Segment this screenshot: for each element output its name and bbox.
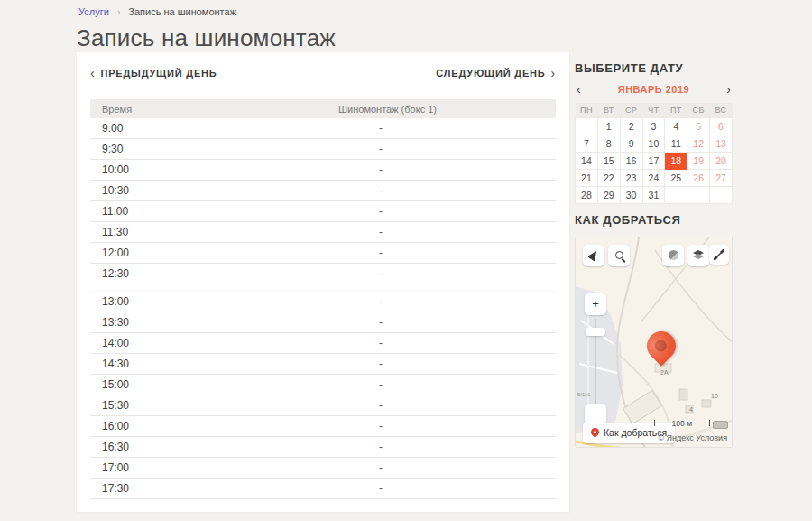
terms-link[interactable]: Условия	[696, 433, 727, 442]
day-cell[interactable]: 23	[620, 169, 642, 186]
day-cell[interactable]: 5	[687, 117, 710, 135]
day-cell[interactable]: 13	[710, 135, 733, 152]
day-cell[interactable]: 29	[597, 186, 620, 203]
breadcrumb-link-services[interactable]: Услуги	[78, 6, 109, 17]
slot-cell[interactable]: -	[338, 184, 556, 197]
zoom-out-button[interactable]: −	[585, 404, 606, 425]
zoom-in-button[interactable]: +	[585, 293, 606, 315]
day-cell[interactable]: 19	[687, 152, 710, 169]
slot-cell[interactable]: -	[338, 205, 556, 218]
slot-cell[interactable]: -	[338, 399, 556, 412]
column-header-box1: Шиномонтаж (бокс 1)	[338, 104, 556, 115]
slot-cell[interactable]: -	[338, 441, 556, 453]
weekday-header: ВТ	[597, 103, 620, 117]
time-cell: 11:30	[90, 226, 338, 238]
day-cell[interactable]: 8	[597, 135, 620, 152]
time-cell: 16:30	[90, 441, 338, 453]
breadcrumb: Услуги › Запись на шиномонтаж	[78, 6, 236, 17]
day-cell[interactable]: 25	[665, 169, 687, 186]
column-header-time: Время	[90, 104, 338, 115]
day-cell[interactable]: 14	[576, 152, 598, 169]
day-cell[interactable]: 22	[597, 169, 620, 186]
traffic-button[interactable]	[662, 245, 684, 266]
traffic-icon	[669, 250, 678, 260]
previous-day-button[interactable]: ‹ ПРЕДЫДУЩИЙ ДЕНЬ	[90, 67, 217, 79]
day-cell[interactable]: 24	[642, 169, 665, 186]
day-cell[interactable]: 17	[642, 152, 665, 169]
day-cell[interactable]: 28	[576, 186, 598, 203]
slot-cell[interactable]: -	[338, 482, 556, 495]
day-cell[interactable]: 26	[687, 169, 710, 186]
slot-cell[interactable]: -	[338, 163, 556, 176]
fullscreen-button[interactable]	[709, 245, 729, 265]
fullscreen-icon	[714, 249, 724, 260]
day-cell[interactable]: 11	[665, 135, 687, 152]
geolocation-button[interactable]	[583, 245, 604, 266]
sidebar: ВЫБЕРИТЕ ДАТУ ‹ ЯНВАРЬ 2019 › ПНВТСРЧТПТ…	[575, 52, 733, 448]
slot-cell[interactable]: -	[338, 420, 556, 433]
slot-cell[interactable]: -	[338, 247, 556, 259]
time-cell: 14:30	[90, 358, 338, 370]
slot-cell[interactable]: -	[338, 295, 556, 308]
table-row: 15:30-	[90, 395, 556, 416]
table-row: 17:30-	[90, 479, 556, 499]
day-cell[interactable]: 30	[620, 186, 642, 203]
next-day-label: СЛЕДУЮЩИЙ ДЕНЬ	[436, 68, 545, 79]
calendar-month-label: ЯНВАРЬ 2019	[618, 84, 689, 95]
day-cell[interactable]: 9	[620, 135, 642, 152]
calendar-prev-month-button[interactable]: ‹	[575, 83, 583, 96]
search-icon	[615, 251, 623, 259]
slot-cell[interactable]: -	[338, 461, 556, 474]
slot-cell[interactable]: -	[338, 143, 556, 155]
ruler-icon[interactable]	[713, 421, 728, 429]
map-search-button[interactable]	[608, 245, 630, 266]
map-panel[interactable]: 2А 4 10 5/1у1	[575, 237, 733, 448]
day-cell[interactable]: 3	[642, 117, 665, 135]
calendar-next-month-button[interactable]: ›	[724, 83, 733, 96]
table-row: 11:30-	[90, 222, 556, 243]
day-cell[interactable]: 12	[687, 135, 710, 152]
chevron-right-icon: ›	[551, 67, 556, 79]
time-cell: 13:00	[90, 295, 338, 308]
layers-button[interactable]	[687, 245, 709, 266]
slot-cell[interactable]: -	[338, 267, 556, 280]
svg-text:4: 4	[689, 406, 693, 413]
day-cell[interactable]: 6	[710, 117, 733, 135]
slot-cell[interactable]: -	[338, 316, 556, 329]
zoom-slider-handle[interactable]	[586, 328, 605, 336]
day-cell[interactable]: 2	[620, 117, 642, 135]
day-cell[interactable]: 21	[576, 169, 598, 186]
geolocation-arrow-icon	[587, 248, 601, 262]
map-scale: 100 м	[654, 419, 710, 428]
time-cell: 17:30	[90, 482, 338, 495]
time-cell: 9:30	[90, 143, 338, 155]
next-day-button[interactable]: СЛЕДУЮЩИЙ ДЕНЬ ›	[436, 67, 556, 79]
day-cell[interactable]: 18	[665, 152, 687, 169]
slot-cell[interactable]: -	[338, 358, 556, 370]
table-row: 9:30-	[90, 139, 556, 160]
day-cell[interactable]: 1	[597, 117, 620, 135]
slot-cell[interactable]: -	[338, 226, 556, 238]
day-cell[interactable]: 4	[665, 117, 687, 135]
day-cell[interactable]: 20	[710, 152, 733, 169]
day-cell[interactable]: 27	[710, 169, 733, 186]
time-cell: 13:30	[90, 316, 338, 329]
day-cell[interactable]: 16	[620, 152, 642, 169]
table-row: 14:00-	[90, 333, 556, 354]
day-cell[interactable]: 15	[597, 152, 620, 169]
time-cell: 15:00	[90, 378, 338, 391]
table-row: 10:30-	[90, 181, 556, 201]
table-row: 10:00-	[90, 160, 556, 181]
day-cell[interactable]: 7	[576, 135, 598, 152]
slot-cell[interactable]: -	[338, 337, 556, 349]
slot-cell[interactable]: -	[338, 122, 556, 135]
table-row: 9:00-	[90, 118, 556, 139]
day-cell[interactable]: 10	[642, 135, 665, 152]
table-row: 16:30-	[90, 437, 556, 458]
slot-cell[interactable]: -	[338, 378, 556, 391]
time-cell: 10:00	[90, 163, 338, 176]
table-row: 13:00-	[90, 292, 556, 312]
layers-icon	[692, 250, 705, 261]
day-cell[interactable]: 31	[642, 186, 665, 203]
empty-day-cell	[687, 186, 710, 203]
